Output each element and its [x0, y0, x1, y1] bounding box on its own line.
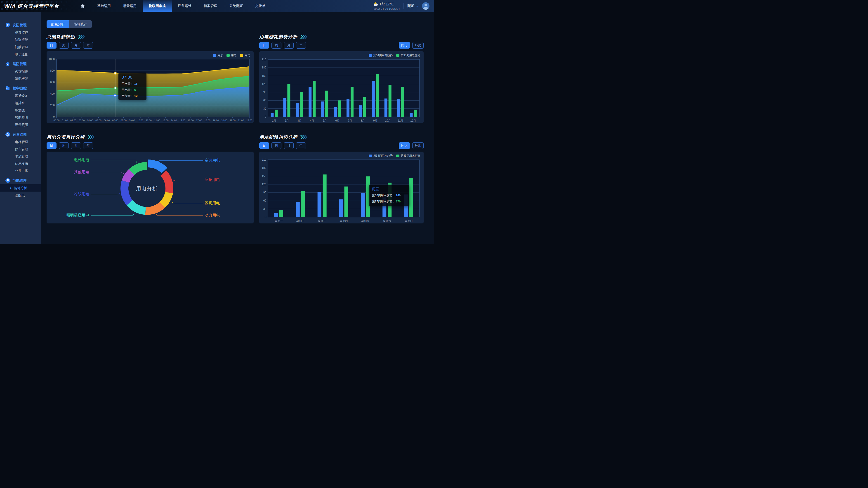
sidebar-section-消防管理[interactable]: 消防管理	[0, 60, 41, 68]
section-label: 节能管理	[13, 178, 27, 183]
period-button-日[interactable]: 日	[46, 42, 57, 48]
period-button-日[interactable]: 日	[259, 142, 269, 149]
bulb-icon	[5, 178, 10, 183]
sidebar-item-电子巡更[interactable]: ▶电子巡更	[0, 51, 41, 58]
sidebar-item-停车管理[interactable]: ▶停车管理	[0, 145, 41, 153]
sidebar-section-安防管理[interactable]: 安防管理	[0, 21, 41, 29]
nav-item-系统配置[interactable]: 系统配置	[223, 0, 249, 12]
config-menu[interactable]: 配置	[407, 4, 418, 8]
sidebar-item-变配电[interactable]: ▶变配电	[0, 192, 41, 199]
sidebar-section-节能管理[interactable]: 节能管理	[0, 177, 41, 184]
tooltip-value: 6	[134, 88, 136, 92]
period-button-月[interactable]: 月	[71, 142, 81, 149]
sidebar-item-火灾报警[interactable]: ▶火灾报警	[0, 68, 41, 75]
svg-text:星期六: 星期六	[383, 219, 391, 223]
sidebar-item-智能照明[interactable]: ▶智能照明	[0, 114, 41, 121]
period-button-月[interactable]: 月	[284, 142, 293, 149]
tooltip-row: 用气量：12	[122, 94, 143, 98]
period-button-周[interactable]: 周	[59, 142, 69, 149]
period-button-年[interactable]: 年	[296, 142, 306, 149]
svg-text:照明用电: 照明用电	[205, 201, 220, 205]
sidebar: 安防管理▶视频监控▶防盗报警▶门禁管理▶电子巡更消防管理▶火灾报警▶漏电报警楼宇…	[0, 12, 41, 244]
electricity-breakdown-donut-chart: 空调用电应急用电照明用电动力用电照明插座用电冷战用电其他用电电梯用电用电分析	[46, 152, 254, 223]
legend-item-第35周用水趋势[interactable]: 第35周用水趋势	[396, 154, 420, 158]
tab-能耗分析[interactable]: 能耗分析	[46, 20, 69, 28]
legend-item-用电[interactable]: 用电	[226, 54, 237, 57]
donut-slice-空调用电[interactable]	[148, 160, 167, 173]
active-caret-icon: ▶	[10, 187, 12, 189]
sidebar-item-label: 停车管理	[15, 147, 28, 151]
compare-button-环比[interactable]: 环比	[412, 142, 424, 149]
svg-text:400: 400	[50, 92, 55, 95]
hydrant-icon	[5, 61, 10, 66]
donut-slice-冷战用电[interactable]	[121, 180, 133, 205]
sidebar-item-漏电报警[interactable]: ▶漏电报警	[0, 75, 41, 82]
donut-slice-应急用电[interactable]	[160, 170, 174, 193]
period-button-月[interactable]: 月	[284, 42, 293, 48]
nav-item-交接单[interactable]: 交接单	[249, 0, 272, 12]
nav-item-设备运维[interactable]: 设备运维	[172, 0, 197, 12]
filter-row: 日周月年同比环比	[259, 142, 424, 149]
hydrant-icon	[5, 61, 10, 66]
sidebar-section-楼宇自控[interactable]: 楼宇自控	[0, 85, 41, 92]
sidebar-item-电梯管理[interactable]: ▶电梯管理	[0, 138, 41, 145]
sidebar-item-防盗报警[interactable]: ▶防盗报警	[0, 36, 41, 43]
legend-item-用水[interactable]: 用水	[213, 54, 223, 57]
legend-item-用气[interactable]: 用气	[240, 54, 250, 57]
svg-text:0: 0	[265, 115, 266, 119]
svg-text:04:00: 04:00	[87, 119, 93, 122]
svg-text:冷战用电: 冷战用电	[74, 192, 89, 196]
sidebar-item-公共广播[interactable]: ▶公共广播	[0, 167, 41, 174]
period-button-月[interactable]: 月	[71, 42, 81, 48]
nav-item-场景运用[interactable]: 场景运用	[117, 0, 143, 12]
period-button-年[interactable]: 年	[83, 142, 93, 149]
period-button-周[interactable]: 周	[59, 42, 69, 48]
sidebar-item-暖通设备[interactable]: ▶暖通设备	[0, 92, 41, 99]
sidebar-item-能耗分析[interactable]: ▶能耗分析	[0, 184, 41, 192]
svg-text:02:00: 02:00	[70, 119, 76, 122]
sidebar-item-门禁管理[interactable]: ▶门禁管理	[0, 43, 41, 51]
period-button-年[interactable]: 年	[83, 42, 93, 48]
sidebar-section-运营管理[interactable]: 运营管理	[0, 131, 41, 138]
sidebar-item-视频监控[interactable]: ▶视频监控	[0, 29, 41, 36]
datetime: 2022-04-30 16:35:24	[374, 7, 400, 10]
svg-text:06:00: 06:00	[104, 119, 110, 122]
chart-block-用电分项累计分析: 用电分项累计分析日周月年空调用电应急用电照明用电动力用电照明插座用电冷战用电其他…	[46, 134, 254, 223]
legend-item-第34周用水趋势[interactable]: 第34周用水趋势	[369, 154, 393, 158]
sidebar-item-冷热源[interactable]: ▶冷热源	[0, 107, 41, 114]
period-button-日[interactable]: 日	[46, 142, 57, 149]
sidebar-item-客流管理[interactable]: ▶客流管理	[0, 153, 41, 160]
sidebar-item-信息发布[interactable]: ▶信息发布	[0, 160, 41, 167]
operations-icon	[5, 132, 10, 137]
legend-item-第34周用电趋势[interactable]: 第34周用电趋势	[369, 54, 393, 57]
block-head: 用电能耗趋势分析	[259, 34, 424, 40]
nav-item-物联网集成[interactable]: 物联网集成	[143, 0, 172, 12]
compare-button-同比[interactable]: 同比	[399, 142, 410, 149]
sidebar-item-label: 火灾报警	[15, 69, 28, 74]
compare-button-同比[interactable]: 同比	[399, 42, 410, 48]
tooltip-value: 16	[134, 82, 137, 86]
compare-button-环比[interactable]: 环比	[412, 42, 424, 48]
filter-row: 日周月年	[46, 142, 254, 149]
nav-item-基础运用[interactable]: 基础运用	[91, 0, 117, 12]
legend-item-第35周用电趋势[interactable]: 第35周用电趋势	[396, 54, 420, 57]
svg-text:01:00: 01:00	[62, 119, 68, 122]
sidebar-item-夜景照明[interactable]: ▶夜景照明	[0, 121, 41, 128]
period-button-年[interactable]: 年	[296, 42, 306, 48]
period-button-日[interactable]: 日	[259, 42, 269, 48]
chart-panel: 0306090120150180210星期一星期二星期三星期四星期五星期六星期日…	[259, 152, 424, 223]
period-button-周[interactable]: 周	[272, 142, 281, 149]
filter-row: 日周月年同比环比	[259, 42, 424, 48]
period-button-周[interactable]: 周	[272, 42, 281, 48]
panel-title: 用电分项累计分析	[46, 134, 85, 140]
avatar[interactable]	[422, 2, 430, 10]
svg-text:03:00: 03:00	[79, 119, 85, 122]
nav-home[interactable]	[74, 0, 91, 12]
building-icon	[5, 86, 10, 91]
block-head: 总能耗趋势图	[46, 34, 254, 40]
donut-center-label: 用电分析	[136, 186, 158, 191]
sidebar-item-给排水[interactable]: ▶给排水	[0, 99, 41, 107]
nav-item-预案管理[interactable]: 预案管理	[197, 0, 223, 12]
sidebar-item-label: 电子巡更	[15, 52, 28, 57]
tab-能耗统计[interactable]: 能耗统计	[69, 20, 92, 28]
